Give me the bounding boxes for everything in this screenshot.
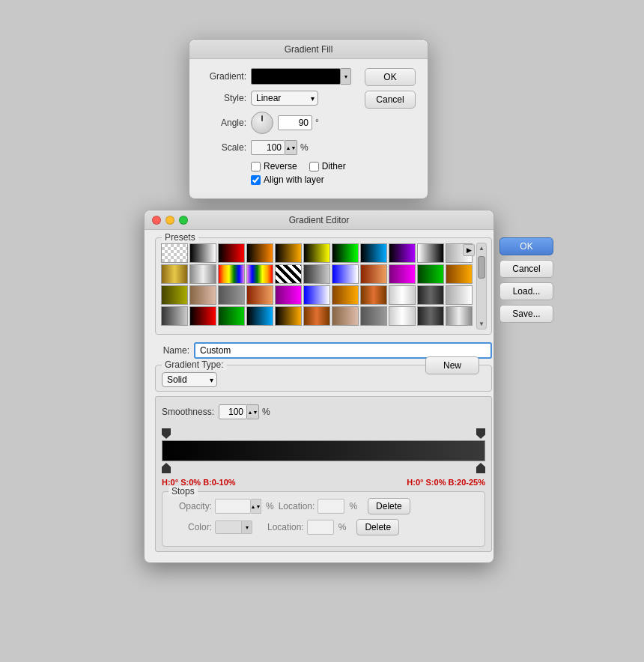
preset-orange[interactable] — [246, 243, 273, 263]
checkbox-row-2: Align with layer — [251, 174, 359, 185]
dither-checkbox[interactable] — [309, 162, 319, 171]
opacity-input[interactable] — [215, 499, 251, 514]
presets-play-button[interactable]: ▶ — [463, 244, 475, 256]
reverse-checkbox[interactable] — [251, 162, 261, 171]
color-stop-row: Color: ▾ Location: % Delete — [170, 519, 477, 535]
preset-black-white[interactable] — [189, 243, 216, 263]
opacity-stop-left[interactable] — [162, 428, 171, 439]
smoothness-stepper[interactable]: ▲▼ — [247, 404, 259, 419]
smoothness-input[interactable] — [219, 404, 247, 419]
preset-olive[interactable] — [161, 285, 188, 305]
bottom-stop-row — [162, 463, 485, 475]
window-maximize-button[interactable] — [179, 216, 188, 225]
preset-rainbow2[interactable] — [246, 264, 273, 284]
preset-dark-fade[interactable] — [303, 264, 330, 284]
gradient-fill-ok-button[interactable]: OK — [365, 68, 416, 86]
preset-blue2[interactable] — [303, 285, 330, 305]
style-select[interactable]: Linear Radial Angle Reflected Diamond — [251, 91, 318, 106]
style-label: Style: — [201, 93, 246, 103]
preset-silver[interactable] — [189, 264, 216, 284]
scroll-down-arrow[interactable]: ▼ — [479, 319, 484, 329]
editor-right-buttons: OK Cancel Load... Save... — [499, 237, 553, 555]
angle-knob[interactable] — [251, 112, 273, 134]
preset-light2[interactable] — [389, 306, 416, 326]
preset-blue-grad[interactable] — [332, 264, 359, 284]
preset-red2[interactable] — [189, 306, 216, 326]
presets-row-2 — [160, 264, 473, 285]
gradient-picker[interactable]: ▾ — [251, 68, 351, 85]
color-location-input[interactable] — [307, 520, 334, 535]
preset-gray2[interactable] — [218, 285, 245, 305]
preset-dark3[interactable] — [161, 306, 188, 326]
opacity-delete-button[interactable]: Delete — [368, 498, 410, 514]
color-swatch-arrow[interactable]: ▾ — [242, 520, 252, 534]
smoothness-label: Smoothness: — [162, 407, 214, 417]
editor-save-button[interactable]: Save... — [499, 305, 553, 323]
editor-cancel-button[interactable]: Cancel — [499, 260, 553, 278]
scroll-up-arrow[interactable]: ▲ — [479, 243, 484, 253]
preset-magenta[interactable] — [389, 264, 416, 284]
preset-orange2[interactable] — [275, 243, 302, 263]
preset-blue[interactable] — [360, 243, 387, 263]
preset-light[interactable] — [389, 285, 416, 305]
color-stop-right[interactable] — [476, 463, 485, 473]
preset-rust[interactable] — [360, 264, 387, 284]
opacity-location-input[interactable] — [318, 499, 344, 514]
preset-purple[interactable] — [389, 243, 416, 263]
preset-blue3[interactable] — [246, 306, 273, 326]
color-delete-button[interactable]: Delete — [356, 519, 399, 535]
gradient-fill-cancel-button[interactable]: Cancel — [365, 91, 416, 109]
gradient-editor-title: Gradient Editor — [192, 215, 446, 225]
gradient-dropdown-arrow[interactable]: ▾ — [341, 68, 351, 85]
preset-copper[interactable] — [360, 285, 387, 305]
gradient-fill-titlebar: Gradient Fill — [189, 40, 428, 59]
top-stop-row — [162, 427, 485, 439]
preset-dark2[interactable] — [417, 285, 444, 305]
scale-stepper[interactable]: ▲▼ — [285, 140, 297, 155]
preset-green[interactable] — [332, 243, 359, 263]
preset-tan[interactable] — [189, 285, 216, 305]
preset-silver2[interactable] — [446, 306, 473, 326]
preset-white-black[interactable] — [417, 243, 444, 263]
preset-gold[interactable] — [161, 264, 188, 284]
preset-dark4[interactable] — [417, 306, 444, 326]
editor-load-button[interactable]: Load... — [499, 282, 553, 300]
window-close-button[interactable] — [152, 216, 161, 225]
preset-transparent[interactable] — [161, 243, 188, 263]
scale-input[interactable] — [251, 140, 285, 155]
opacity-field-label: Opacity: — [170, 501, 212, 511]
color-stop-left[interactable] — [162, 463, 171, 473]
preset-rust2[interactable] — [246, 285, 273, 305]
gradient-type-select[interactable]: Solid Noise — [162, 372, 217, 387]
preset-gray3[interactable] — [446, 285, 473, 305]
preset-magenta2[interactable] — [275, 285, 302, 305]
preset-rainbow[interactable] — [218, 264, 245, 284]
preset-green2[interactable] — [417, 264, 444, 284]
align-checkbox[interactable] — [251, 175, 261, 185]
style-row: Style: Linear Radial Angle Reflected Dia… — [201, 91, 359, 106]
opacity-stepper[interactable]: ▲▼ — [251, 499, 261, 514]
preset-tan2[interactable] — [332, 306, 359, 326]
scroll-thumb[interactable] — [478, 256, 485, 279]
gradient-preview[interactable] — [251, 68, 341, 85]
presets-scrollbar[interactable]: ▲ ▼ — [476, 243, 487, 330]
editor-ok-button[interactable]: OK — [499, 237, 553, 255]
preset-gray4[interactable] — [360, 306, 387, 326]
preset-orange4[interactable] — [332, 285, 359, 305]
window-minimize-button[interactable] — [165, 216, 174, 225]
preset-stripes[interactable] — [275, 264, 302, 284]
editor-main-row: Presets ▶ — [155, 237, 483, 555]
color-swatch[interactable] — [215, 520, 242, 534]
angle-input[interactable] — [278, 115, 312, 130]
gradient-bar[interactable] — [162, 440, 485, 461]
preset-copper2[interactable] — [303, 306, 330, 326]
stops-section: Stops Opacity: ▲▼ % Location: % — [162, 491, 485, 547]
preset-red[interactable] — [218, 243, 245, 263]
editor-new-button[interactable]: New — [425, 356, 479, 374]
opacity-stop-right[interactable] — [476, 428, 485, 439]
presets-row-1 — [160, 243, 473, 264]
preset-orange5[interactable] — [275, 306, 302, 326]
preset-yellow[interactable] — [303, 243, 330, 263]
preset-green3[interactable] — [218, 306, 245, 326]
preset-orange3[interactable] — [446, 264, 473, 284]
